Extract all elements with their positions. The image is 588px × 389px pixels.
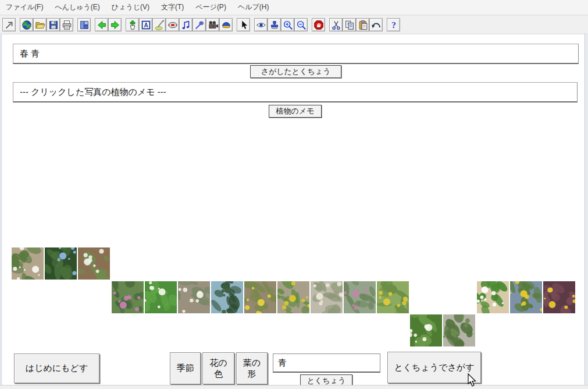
save-icon [48,19,59,31]
plant-thumbnail[interactable] [78,247,110,280]
plant-memo-label: 植物のメモ [269,105,322,118]
toolbar-group [95,18,122,31]
music-note-button[interactable] [179,18,193,31]
menu-help[interactable]: ヘルプ(H) [232,0,275,15]
plant-memo-field[interactable]: --- クリックした写真の植物のメモ --- [13,82,578,102]
plant-thumbnail[interactable] [178,281,210,313]
help-icon: ? [388,19,400,31]
plant-thumbnail[interactable] [145,281,177,313]
plant-thumbnail[interactable] [244,281,276,313]
reset-button[interactable]: はじめにもどす [14,353,99,383]
zoom-out-button[interactable] [294,18,308,31]
print-icon [61,19,73,31]
plant-thumbnail[interactable] [377,281,409,313]
draw-pen-icon [154,19,165,31]
menu-view[interactable]: ひょうじ(V) [106,0,155,15]
zoom-in-button[interactable] [281,18,294,31]
svg-text:?: ? [391,20,396,30]
text-a-icon: A [140,19,152,31]
back-arrow-button[interactable] [95,18,108,31]
movie-camera-icon [207,19,219,31]
toolbar-group [77,18,91,31]
plant-thumbnail[interactable] [510,281,542,313]
forward-arrow-icon [109,19,121,31]
menu-text[interactable]: 文字(T) [155,0,190,15]
plant-search-window: ファイル(F) へんしゅう(E) ひょうじ(V) 文字(T) ページ(P) ヘル… [0,0,588,389]
season-button[interactable]: 季節 [170,352,201,384]
window-bottom-border [0,385,588,389]
plant-thumbnail[interactable] [443,314,475,346]
select-cursor-button[interactable] [237,18,250,31]
window-right-border [585,33,588,385]
menu-bar: ファイル(F) へんしゅう(E) ひょうじ(V) 文字(T) ページ(P) ヘル… [0,0,588,15]
stop-icon [313,19,325,31]
film-capsule-button[interactable] [166,18,179,31]
paste-button[interactable] [356,18,369,31]
menu-file[interactable]: ファイル(F) [0,0,49,15]
stamp-icon [269,19,280,31]
svg-text:A: A [144,22,148,28]
menu-page[interactable]: ページ(P) [190,0,232,15]
movie-camera-button[interactable] [206,18,219,31]
toolbar-group [254,18,308,31]
open-folder-icon [34,19,46,31]
microphone-button[interactable] [193,18,206,31]
plant-thumbnail[interactable] [410,314,442,346]
plant-thumbnail[interactable] [112,281,144,313]
select-cursor-icon [238,19,250,31]
open-folder-button[interactable] [33,18,47,31]
search-by-feature-button[interactable]: とくちょうでさがす [387,352,481,383]
back-arrow-icon [96,19,108,31]
copy-button[interactable] [343,18,356,31]
helmet-icon [220,19,232,31]
undo-button[interactable] [369,18,383,31]
eye-button[interactable] [254,18,268,31]
print-button[interactable] [60,18,73,31]
forward-arrow-button[interactable] [108,18,122,31]
text-a-button[interactable]: A [139,18,152,31]
music-note-icon [180,19,192,31]
plant-thumbnail[interactable] [211,281,243,313]
plant-thumbnail[interactable] [311,281,343,313]
toolbar: A? [0,15,588,34]
help-button[interactable]: ? [387,18,400,31]
plant-thumbnail[interactable] [277,281,309,313]
toolbar-group [312,18,325,31]
paste-icon [357,19,369,31]
jump-arrow-icon [3,19,15,31]
stamp-button[interactable] [268,18,281,31]
toolbar-group [237,18,250,31]
flower-color-button[interactable]: 花の色 [202,352,234,384]
helmet-button[interactable] [219,18,233,31]
plant-thumbnail[interactable] [543,281,575,313]
layout-tiles-button[interactable] [77,18,91,31]
searched-features-field[interactable]: 春 青 [13,44,579,64]
leaf-shape-button[interactable]: 葉の形 [236,352,268,384]
microphone-icon [194,19,205,31]
film-capsule-icon [167,19,179,31]
eye-icon [255,19,267,31]
plant-pot-button[interactable] [126,18,139,31]
jump-arrow-button[interactable] [2,18,16,31]
plant-thumbnail[interactable] [477,281,509,313]
save-button[interactable] [47,18,60,31]
cut-button[interactable] [329,18,343,31]
plant-thumbnail[interactable] [45,247,77,280]
toolbar-group [20,18,73,31]
toolbar-group [2,18,16,31]
draw-pen-button[interactable] [152,18,166,31]
copy-icon [344,19,355,31]
searched-features-label: さがしたとくちょう [250,65,341,78]
menu-edit[interactable]: へんしゅう(E) [49,0,105,15]
plant-thumbnail[interactable] [12,247,44,280]
feature-input[interactable] [273,353,380,373]
plant-thumbnail[interactable] [344,281,376,313]
cut-icon [330,19,342,31]
globe-button[interactable] [20,18,33,31]
globe-icon [21,19,33,31]
plant-pot-icon [127,19,138,31]
undo-icon [370,19,382,31]
stop-button[interactable] [312,18,325,31]
layout-tiles-icon [79,19,90,31]
toolbar-group: A [126,18,233,31]
